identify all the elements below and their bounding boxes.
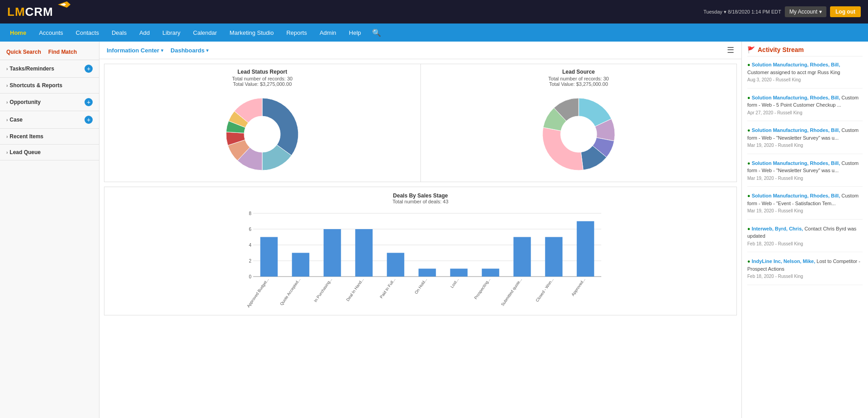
svg-rect-23	[419, 269, 436, 277]
dashboards-dropdown-arrow: ▾	[206, 48, 208, 53]
datetime: Tuesday ▾ 8/18/2020 1:14 PM EDT	[703, 9, 781, 15]
nav-accounts[interactable]: Accounts	[33, 26, 68, 40]
chevron-icon: ›	[6, 134, 8, 139]
find-match-link[interactable]: Find Match	[48, 49, 77, 55]
nav-bar: Home Accounts Contacts Deals Add Library…	[0, 23, 868, 42]
sidebar-shortcuts-header[interactable]: ›Shortcuts & Reports	[0, 78, 99, 93]
lead-source-title: Lead Source	[428, 69, 730, 75]
activity-item: ●Solution Manufacturing, Rhodes, Bill, C…	[747, 192, 863, 220]
case-add-button[interactable]: +	[85, 116, 93, 124]
opportunity-add-button[interactable]: +	[85, 98, 93, 106]
lead-status-subtitle1: Total number of records: 30	[112, 76, 413, 81]
logout-button[interactable]: Log out	[830, 6, 861, 17]
activity-link[interactable]: Solution Manufacturing, Rhodes, Bill,	[752, 160, 840, 166]
nav-contacts[interactable]: Contacts	[71, 26, 104, 40]
bar-chart-svg: 02468Approved Budget...Quote Accepted...…	[235, 209, 606, 308]
svg-text:Approved...: Approved...	[571, 277, 586, 296]
activity-link[interactable]: Solution Manufacturing, Rhodes, Bill,	[752, 62, 840, 67]
svg-rect-19	[355, 229, 373, 277]
activity-item: ●Solution Manufacturing, Rhodes, Bill, C…	[747, 94, 863, 122]
activity-meta: Feb 18, 2020 - Russell King	[747, 241, 803, 246]
activity-meta: Apr 27, 2020 - Russell King	[747, 110, 802, 115]
lead-source-pie-svg	[529, 87, 628, 177]
svg-text:In Purchasing...: In Purchasing...	[313, 277, 333, 303]
activity-dot: ●	[747, 95, 750, 100]
activity-meta: Aug 3, 2020 - Russell King	[747, 77, 801, 82]
search-icon[interactable]: 🔍	[372, 28, 381, 37]
svg-text:On Hold...: On Hold...	[414, 277, 428, 295]
svg-text:4: 4	[249, 243, 251, 248]
chevron-icon: ›	[6, 66, 8, 71]
flag-icon: 🚩	[747, 46, 755, 53]
activity-dot: ●	[747, 62, 750, 67]
svg-text:0: 0	[249, 274, 251, 279]
bar-chart-title: Deals By Sales Stage	[112, 193, 729, 199]
svg-text:Paid In Full...: Paid In Full...	[379, 277, 396, 299]
top-bar: LMCRM Tuesday ▾ 8/18/2020 1:14 PM EDT My…	[0, 0, 868, 23]
svg-rect-21	[387, 253, 405, 277]
activity-dot: ●	[747, 160, 750, 166]
activity-panel: 🚩 Activity Stream ●Solution Manufacturin…	[741, 42, 868, 418]
lead-source-pie	[428, 87, 730, 177]
nav-reports[interactable]: Reports	[281, 26, 312, 40]
svg-rect-17	[324, 229, 341, 277]
chevron-icon: ›	[6, 100, 8, 105]
dashboards-tab[interactable]: Dashboards ▾	[170, 47, 208, 54]
svg-rect-15	[292, 253, 310, 277]
sidebar-leadqueue-header[interactable]: ›Lead Queue	[0, 145, 99, 160]
lead-status-title: Lead Status Report	[112, 69, 413, 75]
svg-text:2: 2	[249, 258, 251, 263]
svg-rect-27	[482, 269, 500, 277]
svg-text:Closed - Won...: Closed - Won...	[535, 277, 555, 302]
svg-rect-25	[450, 269, 468, 277]
activity-link[interactable]: Solution Manufacturing, Rhodes, Bill,	[752, 95, 840, 100]
nav-marketing-studio[interactable]: Marketing Studio	[224, 26, 279, 40]
activity-meta: Mar 19, 2020 - Russell King	[747, 208, 803, 213]
activity-item: ●IndyLine Inc, Nelson, Mike, Lost to Com…	[747, 258, 863, 285]
lead-status-pie-svg	[212, 87, 312, 177]
sidebar-opportunity-header[interactable]: ›Opportunity +	[0, 94, 99, 111]
information-center-tab[interactable]: Information Center ▾	[107, 47, 163, 54]
sidebar-case-header[interactable]: ›Case +	[0, 111, 99, 128]
quick-search-link[interactable]: Quick Search	[6, 49, 41, 55]
lead-status-chart-panel: Lead Status Report Total number of recor…	[104, 64, 421, 182]
lead-status-pie	[112, 87, 413, 177]
activity-link[interactable]: Interweb, Byrd, Chris,	[752, 226, 803, 231]
bar-chart-subtitle: Total number of deals: 43	[112, 199, 729, 204]
activity-desc: Customer assigned to acct mgr Russ King	[747, 70, 840, 75]
nav-help[interactable]: Help	[344, 26, 367, 40]
top-right: Tuesday ▾ 8/18/2020 1:14 PM EDT My Accou…	[703, 6, 861, 17]
activity-meta: Feb 18, 2020 - Russell King	[747, 274, 803, 279]
svg-text:Quote Accepted...: Quote Accepted...	[279, 277, 301, 306]
nav-library[interactable]: Library	[157, 26, 186, 40]
sidebar-recent-header[interactable]: ›Recent Items	[0, 129, 99, 144]
sidebar-section-case: ›Case +	[0, 111, 99, 129]
activity-link[interactable]: Solution Manufacturing, Rhodes, Bill,	[752, 127, 840, 133]
my-account-button[interactable]: My Account ▾	[785, 6, 826, 17]
sidebar-section-shortcuts: ›Shortcuts & Reports	[0, 78, 99, 94]
activity-link[interactable]: IndyLine Inc, Nelson, Mike,	[752, 258, 816, 264]
content-header: Information Center ▾ Dashboards ▾ ☰	[99, 42, 741, 59]
tasks-add-button[interactable]: +	[85, 65, 93, 73]
sidebar-top-links: Quick Search Find Match	[0, 46, 99, 60]
chevron-icon: ›	[6, 83, 8, 88]
nav-admin[interactable]: Admin	[314, 26, 342, 40]
activity-meta: Mar 19, 2020 - Russell King	[747, 143, 803, 148]
sidebar-section-opportunity: ›Opportunity +	[0, 94, 99, 111]
chevron-icon: ›	[6, 150, 8, 155]
activity-link[interactable]: Solution Manufacturing, Rhodes, Bill,	[752, 193, 840, 198]
sidebar-section-leadqueue: ›Lead Queue	[0, 145, 99, 160]
hamburger-icon[interactable]: ☰	[727, 45, 734, 55]
svg-rect-31	[545, 237, 563, 277]
nav-deals[interactable]: Deals	[106, 26, 132, 40]
svg-text:8: 8	[249, 211, 251, 216]
main-layout: Quick Search Find Match ›Tasks/Reminders…	[0, 42, 868, 418]
svg-text:Deal In Hand...: Deal In Hand...	[345, 277, 365, 302]
nav-add[interactable]: Add	[134, 26, 155, 40]
sidebar-tasks-header[interactable]: ›Tasks/Reminders +	[0, 60, 99, 77]
nav-calendar[interactable]: Calendar	[188, 26, 222, 40]
logo: LMCRM	[7, 5, 71, 19]
sidebar: Quick Search Find Match ›Tasks/Reminders…	[0, 42, 99, 418]
activity-item: ●Solution Manufacturing, Rhodes, Bill, C…	[747, 160, 863, 187]
nav-home[interactable]: Home	[5, 26, 32, 40]
